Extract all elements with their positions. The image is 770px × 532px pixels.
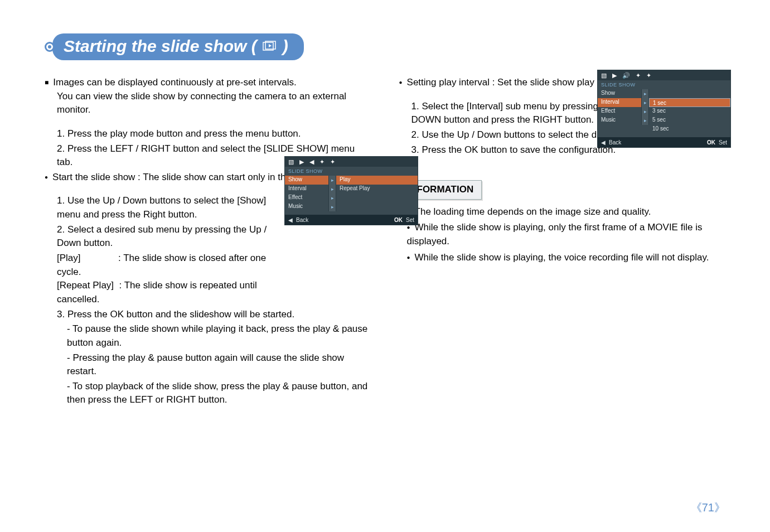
lcd-label-show: Show [598, 89, 641, 98]
start-step-3a: - To pause the slide shown while playing… [45, 322, 371, 350]
play-tab-icon: ▶ [612, 72, 617, 79]
lcd-row-show: Show ▸ Play [285, 176, 418, 185]
lcd-value-3sec: 3 sec [649, 107, 730, 116]
lcd-tab-icons: ▧ ▶ ◀ ✦ ✦ [285, 157, 418, 167]
lcd-row-show: Show ▸ [598, 89, 730, 98]
left-column: Images can be displayed continuously at … [45, 76, 371, 408]
lcd-value-10sec: 10 sec [649, 125, 730, 134]
sound-tab-icon: ◀ [309, 158, 314, 166]
chevron-right-icon: ▸ [641, 116, 649, 125]
chevron-right-icon: ▸ [641, 107, 649, 116]
info-item-2: While the slide show is playing, only th… [399, 221, 726, 248]
lcd-row-interval: Interval ▸ 1 sec [598, 98, 730, 107]
start-step-1: 1. Use the Up / Down buttons to select t… [45, 194, 279, 221]
lcd-label-interval: Interval [285, 185, 328, 194]
sound-tab-icon: 🔊 [622, 72, 630, 79]
intro-line1: Images can be displayed continuously at … [45, 76, 371, 90]
lcd-value-repeat: Repeat Play [336, 185, 418, 194]
play-tab-icon: ▶ [299, 158, 304, 166]
tool1-tab-icon: ✦ [319, 158, 325, 166]
svg-marker-2 [269, 44, 272, 47]
slideshow-icon [263, 41, 277, 52]
info-item-3: While the slide show is playing, the voi… [399, 251, 726, 265]
lcd-footer: ◀ Back OK Set [285, 215, 418, 225]
chevron-right-icon: ▸ [328, 185, 336, 194]
lcd-value-play: Play [336, 176, 418, 185]
chevron-right-icon: ▸ [328, 194, 336, 202]
camera-lcd-show-menu: ▧ ▶ ◀ ✦ ✦ SLIDE SHOW Show ▸ Play Interva… [284, 156, 418, 225]
tool2-tab-icon: ✦ [646, 72, 651, 79]
lcd-row-music: Music ▸ [285, 202, 418, 211]
play-label: [Play] [57, 253, 81, 263]
camera-lcd-interval-menu: ▧ ▶ 🔊 ✦ ✦ SLIDE SHOW Show ▸ Interval ▸ 1… [597, 70, 731, 148]
page-title-wrap: Starting the slide show ( ) [45, 33, 725, 60]
page-title: Starting the slide show ( ) [52, 33, 304, 60]
start-step-2: 2. Select a desired sub menu by pressing… [45, 223, 279, 250]
lcd-label-show: Show [285, 176, 328, 185]
lcd-row-music: Music ▸ 5 sec [598, 116, 730, 125]
lcd-row-effect: Effect ▸ [285, 194, 418, 202]
slideshow-tab-icon: ▧ [288, 158, 294, 166]
step-1: 1. Press the play mode button and press … [45, 127, 371, 141]
chevron-right-icon: ▸ [641, 89, 649, 98]
title-text-end: ) [283, 37, 288, 56]
chevron-right-icon: ▸ [328, 202, 336, 211]
chevron-right-icon: ▸ [328, 176, 336, 185]
lcd-ok-label: OK [394, 217, 403, 223]
lcd-menu-title: SLIDE SHOW [598, 80, 730, 89]
info-item-1: The loading time depends on the image si… [399, 205, 726, 219]
information-list: The loading time depends on the image si… [399, 205, 726, 265]
chevron-right-icon: ▸ [641, 98, 649, 107]
lcd-label-interval: Interval [598, 98, 641, 107]
start-step-3: 3. Press the OK button and the slideshow… [45, 308, 371, 322]
lcd-back-label: Back [609, 139, 621, 146]
title-bullet-icon [45, 42, 55, 52]
lcd-set-label: Set [719, 139, 727, 146]
lcd-label-music: Music [598, 116, 641, 125]
left-arrow-icon: ◀ [288, 217, 293, 223]
lcd-value-1sec: 1 sec [649, 98, 730, 107]
lcd-row-interval: Interval ▸ Repeat Play [285, 185, 418, 194]
repeat-option: [Repeat Play] : The slide show is repeat… [45, 279, 279, 306]
lcd-label-music: Music [285, 202, 328, 211]
lcd-ok-label: OK [707, 139, 715, 146]
start-step-3b: - Pressing the play & pause button again… [45, 351, 371, 379]
tool2-tab-icon: ✦ [330, 158, 335, 166]
lcd-footer: ◀ Back OK Set [598, 137, 730, 147]
repeat-label: [Repeat Play] [57, 280, 114, 291]
play-desc: : The slide show is closed after one cyc… [57, 253, 266, 277]
lcd-value-5sec: 5 sec [649, 116, 730, 125]
start-step-3c: - To stop playback of the slide show, pr… [45, 380, 371, 407]
lcd-row-10sec: 10 sec [598, 125, 730, 134]
tool1-tab-icon: ✦ [636, 72, 641, 79]
lcd-tab-icons: ▧ ▶ 🔊 ✦ ✦ [598, 70, 730, 80]
lcd-back-label: Back [296, 217, 308, 223]
title-text: Starting the slide show ( [64, 37, 257, 56]
lcd-label-effect: Effect [598, 107, 641, 116]
intro-line2: You can view the slide show by connectin… [45, 90, 371, 117]
slideshow-tab-icon: ▧ [601, 72, 607, 79]
lcd-set-label: Set [406, 217, 414, 223]
page-number: 71 [691, 500, 725, 515]
lcd-menu-title: SLIDE SHOW [285, 167, 418, 176]
lcd-row-effect: Effect ▸ 3 sec [598, 107, 730, 116]
lcd-label-effect: Effect [285, 194, 328, 202]
play-option: [Play] : The slide show is closed after … [45, 252, 279, 279]
left-arrow-icon: ◀ [601, 139, 606, 146]
